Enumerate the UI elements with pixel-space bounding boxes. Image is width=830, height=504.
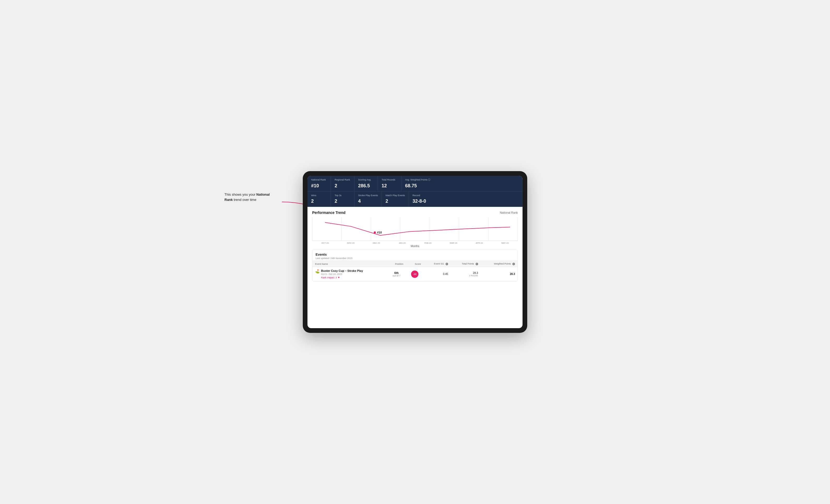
main-content: Performance Trend National Rank	[308, 207, 522, 328]
event-sg-info-icon: i	[446, 263, 448, 265]
golf-icon: ⛳	[315, 269, 319, 273]
stat-stroke-play-value: 4	[358, 199, 378, 204]
chart-line-svg	[312, 217, 518, 240]
rank-impact-arrow: ▼	[338, 276, 340, 279]
stat-match-play-label: Match Play Events	[385, 194, 405, 197]
stats-header: National Rank #10 Regional Rank 2 Scorin…	[308, 176, 522, 207]
stat-match-play-value: 2	[385, 199, 405, 204]
events-section: Events Last updated: 24th November 2023 …	[312, 250, 518, 281]
x-label-apr24: APR 24	[467, 242, 492, 244]
performance-trend-title: Performance Trend	[312, 210, 346, 215]
stat-top3s: Top 3s 2	[331, 192, 354, 207]
stat-record-label: Record	[413, 194, 519, 197]
stat-total-rounds-label: Total Rounds	[382, 178, 397, 181]
col-weighted-points: Weighted Points i	[481, 261, 518, 267]
stat-stroke-play: Stroke Play Events 4	[354, 192, 382, 207]
col-total-points: Total Points i	[451, 261, 481, 267]
x-label-dec23: DEC 23	[363, 242, 389, 244]
events-title: Events	[316, 253, 514, 257]
performance-trend-label: National Rank	[500, 211, 518, 214]
performance-trend-chart: #10 OCT 23 NOV 23 DEC 23 JAN 24 FEB 24 M…	[312, 217, 518, 246]
stat-scoring-avg-label: Scoring Avg.	[358, 178, 374, 181]
event-rank-impact: Rank Impact: 3 ▼	[321, 276, 363, 279]
event-name-details: Buster Cozy Cup – Stroke Play Oct 9 - Oc…	[321, 269, 363, 279]
stat-total-rounds: Total Rounds 12	[378, 176, 402, 192]
events-table-header-row: Event Name Position Score Event SG i Tot…	[312, 261, 518, 267]
event-total-points-sub: 3 Rounds	[453, 274, 478, 277]
events-header: Events Last updated: 24th November 2023	[312, 250, 518, 261]
x-label-nov23: NOV 23	[338, 242, 364, 244]
event-score-badge: -22	[411, 271, 418, 278]
events-updated: Last updated: 24th November 2023	[316, 257, 514, 260]
stat-avg-weighted: Avg. Weighted Points ⓘ 68.75	[402, 176, 522, 192]
stat-stroke-play-label: Stroke Play Events	[358, 194, 378, 197]
col-position: Position	[387, 261, 406, 267]
x-label-jan24: JAN 24	[389, 242, 415, 244]
col-event-name: Event Name	[312, 261, 387, 267]
stat-top3s-value: 2	[334, 199, 351, 204]
event-score-cell: -22	[406, 267, 424, 281]
stat-avg-weighted-value: 68.75	[405, 183, 519, 189]
event-position-cell: 6th out of 7	[387, 267, 406, 281]
x-label-may24: MAY 24	[492, 242, 518, 244]
event-sg-cell: 0.45	[424, 267, 451, 281]
tablet-screen: National Rank #10 Regional Rank 2 Scorin…	[308, 176, 522, 328]
event-name-text: Buster Cozy Cup – Stroke Play	[321, 269, 363, 272]
weighted-points-info-icon: i	[512, 263, 515, 265]
stat-national-rank: National Rank #10	[308, 176, 331, 192]
chart-x-axis-title: Months	[312, 245, 518, 247]
chart-marker: #10	[374, 231, 382, 234]
event-total-points-cell: 28.3 3 Rounds	[451, 267, 481, 281]
tablet-frame: National Rank #10 Regional Rank 2 Scorin…	[303, 171, 527, 333]
chart-area: #10	[312, 217, 518, 241]
x-label-feb24: FEB 24	[415, 242, 441, 244]
stat-match-play: Match Play Events 2	[382, 192, 409, 207]
col-score: Score	[406, 261, 424, 267]
stat-regional-rank: Regional Rank 2	[331, 176, 354, 192]
event-weighted-points-cell: 28.3	[481, 267, 518, 281]
x-label-oct23: OCT 23	[312, 242, 338, 244]
stat-wins-value: 2	[311, 199, 327, 204]
marker-label: #10	[377, 231, 382, 234]
stat-national-rank-value: #10	[311, 183, 327, 189]
stat-wins-label: Wins	[311, 194, 327, 197]
stat-total-rounds-value: 12	[382, 183, 397, 189]
stat-top3s-label: Top 3s	[334, 194, 351, 197]
stat-national-rank-label: National Rank	[311, 178, 327, 181]
event-name-cell: ⛳ Buster Cozy Cup – Stroke Play Oct 9 - …	[312, 267, 387, 281]
event-position-sub: out of 7	[390, 274, 404, 277]
total-points-info-icon: i	[476, 263, 478, 265]
event-name-wrapper: ⛳ Buster Cozy Cup – Stroke Play Oct 9 - …	[315, 269, 384, 279]
stat-regional-rank-value: 2	[334, 183, 351, 189]
performance-trend-header: Performance Trend National Rank	[312, 210, 518, 215]
chart-x-axis: OCT 23 NOV 23 DEC 23 JAN 24 FEB 24 MAR 2…	[312, 242, 518, 244]
stat-scoring-avg-value: 286.5	[358, 183, 374, 189]
event-date: Oct 9 - Oct 10, 2023	[321, 273, 363, 275]
stat-avg-weighted-label: Avg. Weighted Points ⓘ	[405, 178, 519, 181]
table-row: ⛳ Buster Cozy Cup – Stroke Play Oct 9 - …	[312, 267, 518, 281]
stat-record-value: 32-8-0	[413, 199, 519, 204]
stat-wins: Wins 2	[308, 192, 331, 207]
stat-scoring-avg: Scoring Avg. 286.5	[354, 176, 378, 192]
events-table: Event Name Position Score Event SG i Tot…	[312, 261, 518, 281]
stat-record: Record 32-8-0	[409, 192, 522, 207]
stat-regional-rank-label: Regional Rank	[334, 178, 351, 181]
event-position-main: 6th	[390, 271, 404, 274]
annotation-text: This shows you your National Rank trend …	[224, 192, 274, 202]
x-label-mar24: MAR 24	[441, 242, 467, 244]
marker-dot	[374, 231, 376, 233]
col-event-sg: Event SG i	[424, 261, 451, 267]
